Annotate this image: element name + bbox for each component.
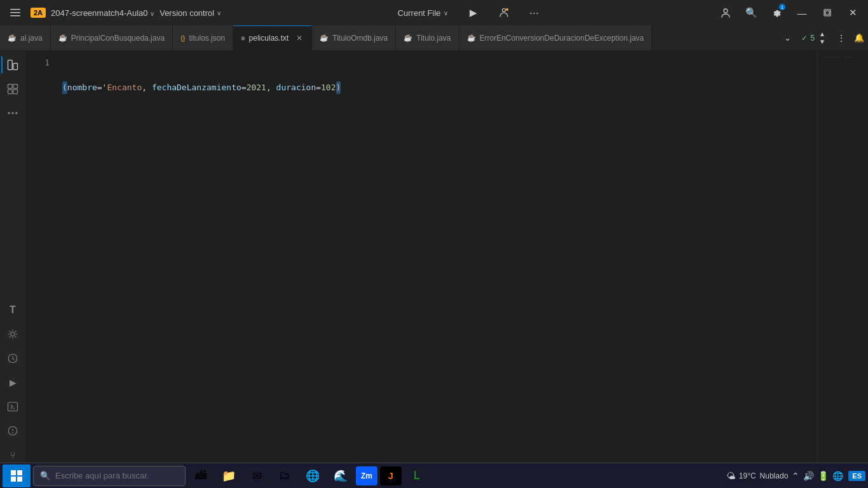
- profile-button[interactable]: [494, 3, 514, 23]
- current-file-button[interactable]: Current File ∨: [393, 6, 453, 20]
- account-button[interactable]: [715, 3, 736, 23]
- current-file-chevron: ∨: [444, 10, 448, 17]
- taskbar-language[interactable]: ES: [848, 471, 865, 481]
- project-chevron: ∨: [150, 10, 154, 17]
- svg-rect-9: [13, 64, 18, 70]
- search-button[interactable]: 🔍: [741, 3, 761, 23]
- svg-rect-24: [17, 470, 22, 475]
- token-val-102: 102: [321, 81, 336, 94]
- run-button[interactable]: ▶: [463, 3, 484, 23]
- activity-explorer[interactable]: [1, 53, 24, 76]
- svg-rect-23: [11, 470, 16, 475]
- taskbar-edge-btn[interactable]: 🌊: [328, 464, 353, 487]
- tab-label-peliculas: peliculas.txt: [249, 34, 289, 43]
- systray-battery[interactable]: 🔋: [818, 471, 829, 481]
- tab-label-error: ErrorEnConversionDeDuracionDeException.j…: [480, 34, 644, 43]
- navigate-up-button[interactable]: ▲: [817, 30, 827, 38]
- systray-arrow[interactable]: ⌃: [792, 471, 799, 481]
- tab-actions: ⌄ ✓ 5 ▲ ▼ ⋮ 🔔: [778, 29, 868, 47]
- project-name[interactable]: 2047-screenmatch4-Aula0 ∨: [51, 8, 154, 18]
- tab-icon-error: ☕: [467, 34, 476, 42]
- systray-sound[interactable]: 🔊: [803, 471, 814, 481]
- tab-label-al-java: al.java: [20, 34, 43, 43]
- navigate-down-button[interactable]: ▼: [817, 38, 827, 46]
- line-numbers: 1: [25, 51, 57, 469]
- svg-point-5: [724, 9, 728, 13]
- svg-rect-25: [11, 477, 16, 482]
- code-line-1: (nombre='Encanto, fechaDeLanzamiento=202…: [62, 81, 817, 94]
- minimize-button[interactable]: —: [792, 3, 812, 23]
- taskbar-temp: 19°C: [739, 471, 756, 480]
- activity-font[interactable]: T: [1, 299, 24, 322]
- svg-rect-10: [8, 85, 13, 89]
- main-layout: T ▶ ⑂: [0, 51, 868, 469]
- minimap-content: (nombre='Encanto, fechaDe...: [823, 56, 863, 59]
- activity-problems[interactable]: [1, 419, 24, 442]
- tab-label-omdb: TituloOmdb.java: [332, 34, 388, 43]
- token-eq-2: =: [241, 81, 247, 94]
- svg-rect-26: [17, 477, 22, 482]
- activity-more[interactable]: [1, 102, 24, 125]
- activity-debug[interactable]: [1, 323, 24, 346]
- tab-icon-al-java: ☕: [8, 34, 17, 42]
- svg-point-16: [15, 112, 17, 114]
- taskbar-mail-btn[interactable]: ✉: [244, 464, 269, 487]
- tab-titulo[interactable]: ☕ Titulo.java: [396, 25, 459, 51]
- taskbar-explorer-btn[interactable]: 🏙: [188, 464, 214, 487]
- taskbar-zoom-btn[interactable]: Zm: [356, 466, 377, 485]
- tab-principal-con-busqueda[interactable]: ☕ PrincipalConBusqueda.java: [51, 25, 173, 51]
- start-button[interactable]: [3, 464, 31, 487]
- tab-label-principal: PrincipalConBusqueda.java: [71, 34, 165, 43]
- tab-icon-omdb: ☕: [320, 34, 329, 42]
- systray-network[interactable]: 🌤: [726, 471, 735, 481]
- version-control-btn[interactable]: Version control ∨: [159, 8, 221, 18]
- check-count: 5: [810, 34, 815, 43]
- svg-point-3: [502, 9, 505, 12]
- taskbar-line-btn[interactable]: L: [404, 464, 430, 487]
- taskbar-files-btn[interactable]: 📁: [216, 464, 241, 487]
- taskbar: 🔍 🏙 📁 ✉ 🗂 🌐 🌊 Zm J L 🌤 19°C Nublado ⌃ 🔊 …: [0, 463, 868, 488]
- taskbar-search-box[interactable]: 🔍: [33, 466, 186, 486]
- activity-run[interactable]: ▶: [1, 371, 24, 394]
- taskbar-search-icon: 🔍: [40, 471, 50, 480]
- activity-watch[interactable]: [1, 347, 24, 370]
- tab-list-button[interactable]: ⌄: [778, 29, 796, 47]
- maximize-button[interactable]: [817, 3, 837, 23]
- systray-globe[interactable]: 🌐: [832, 471, 843, 481]
- close-button[interactable]: ✕: [843, 3, 863, 23]
- token-eq-1: =': [97, 81, 107, 94]
- notifications-button[interactable]: 🔔: [850, 29, 868, 47]
- tab-label-titulo: Titulo.java: [416, 34, 451, 43]
- taskbar-folder-btn[interactable]: 🗂: [272, 464, 297, 487]
- taskbar-search-input[interactable]: [55, 471, 170, 480]
- settings-notification-badge: 1: [779, 4, 785, 10]
- editor-area: 1 (nombre='Encanto, fechaDeLanzamiento=2…: [25, 51, 868, 469]
- code-area[interactable]: (nombre='Encanto, fechaDeLanzamiento=202…: [57, 51, 817, 469]
- svg-rect-8: [8, 60, 13, 70]
- token-val-encanto: Encanto: [107, 81, 142, 94]
- tab-error-conversion[interactable]: ☕ ErrorEnConversionDeDuracionDeException…: [459, 25, 653, 51]
- tab-settings-button[interactable]: ⋮: [832, 29, 850, 47]
- svg-point-15: [11, 112, 13, 114]
- svg-rect-2: [10, 15, 20, 17]
- taskbar-right: 🌤 19°C Nublado ⌃ 🔊 🔋 🌐 ES: [726, 471, 865, 481]
- activity-terminal[interactable]: [1, 395, 24, 418]
- taskbar-jetbrains-btn[interactable]: J: [380, 466, 402, 485]
- token-comma-2: ,: [266, 81, 276, 94]
- taskbar-chrome-btn[interactable]: 🌐: [300, 464, 325, 487]
- tab-al-java[interactable]: ☕ al.java: [0, 25, 51, 51]
- title-bar: 2A 2047-screenmatch4-Aula0 ∨ Version con…: [0, 0, 868, 25]
- more-options-button[interactable]: ⋯: [524, 3, 545, 23]
- activity-extensions[interactable]: [1, 78, 24, 100]
- token-eq-3: =: [316, 81, 321, 94]
- token-key-nombre: nombre: [67, 81, 97, 94]
- line-number-1: 1: [25, 56, 50, 69]
- editor-content[interactable]: 1 (nombre='Encanto, fechaDeLanzamiento=2…: [25, 51, 868, 469]
- tab-close-peliculas[interactable]: ✕: [295, 33, 304, 43]
- token-paren-open: (: [62, 81, 67, 94]
- hamburger-menu[interactable]: [5, 3, 25, 23]
- tab-titulos-json[interactable]: {} titulos.json: [173, 25, 233, 51]
- tab-titulo-omdb[interactable]: ☕ TituloOmdb.java: [312, 25, 396, 51]
- project-badge: 2A: [31, 8, 46, 18]
- tab-peliculas-txt[interactable]: ≡ peliculas.txt ✕: [233, 25, 312, 51]
